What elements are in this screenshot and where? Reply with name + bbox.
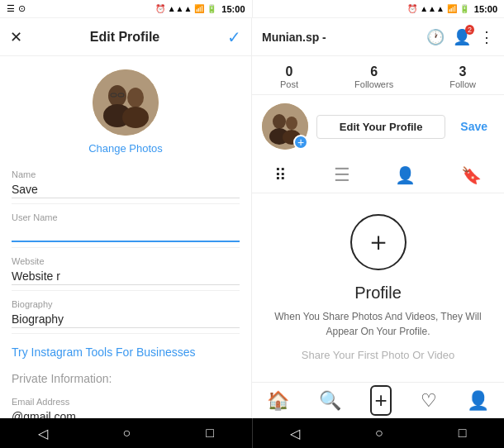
followers-stat: 6 Followers [354, 64, 393, 89]
empty-profile-description: When You Share Photos And Videos, They W… [269, 309, 487, 339]
android-nav-bar: ◁ ○ □ ◁ ○ □ [0, 418, 504, 448]
status-bar-left-signal: ▲▲▲ [168, 4, 193, 13]
status-bar-left-battery: 🔋 [207, 4, 216, 13]
android-home-button-right[interactable]: ○ [375, 426, 383, 441]
right-header-icons: 🕐 👤2 ⋮ [426, 28, 494, 46]
website-label: Website [12, 256, 240, 266]
android-nav-right: ◁ ○ □ [253, 418, 505, 448]
save-check-button[interactable]: ✓ [227, 27, 241, 47]
heart-nav-icon[interactable]: ♡ [421, 390, 437, 412]
search-nav-icon[interactable]: 🔍 [319, 390, 341, 412]
posts-stat: 0 Post [280, 64, 298, 89]
biography-field-group: Biography [12, 291, 240, 334]
empty-profile-title: Profile [354, 284, 402, 303]
svg-point-4 [122, 107, 149, 128]
plus-circle-icon[interactable]: ＋ [350, 214, 407, 270]
add-user-icon[interactable]: 👤2 [453, 28, 471, 46]
name-label: Name [12, 169, 240, 179]
svg-point-0 [93, 69, 159, 136]
add-nav-icon[interactable]: + [370, 385, 391, 416]
bottom-nav: 🏠 🔍 + ♡ 👤 [252, 382, 504, 418]
person-tab-icon[interactable]: 👤 [395, 165, 416, 185]
empty-profile-section: ＋ Profile When You Share Photos And Vide… [252, 193, 504, 382]
name-input[interactable] [12, 181, 240, 198]
username-field-group: User Name [12, 204, 240, 248]
status-bar-right-signal: ▲▲▲ [420, 4, 445, 13]
profile-nav-icon[interactable]: 👤 [467, 390, 489, 412]
avatar [93, 69, 159, 136]
edit-profile-button[interactable]: Edit Your Profile [316, 115, 445, 139]
bookmark-tab-icon[interactable]: 🔖 [461, 165, 482, 185]
private-info-label: Private Information: [12, 365, 240, 388]
android-back-button[interactable]: ◁ [38, 426, 48, 441]
more-options-icon[interactable]: ⋮ [479, 28, 494, 46]
status-bar-left-icon1: ☰ [7, 3, 15, 14]
android-home-button[interactable]: ○ [123, 426, 131, 441]
biography-label: Biography [12, 299, 240, 309]
svg-point-10 [286, 117, 297, 130]
website-field-group: Website [12, 248, 240, 291]
followers-count: 6 [370, 64, 378, 79]
page-title: Edit Profile [90, 30, 159, 45]
share-first-photo-link[interactable]: Share Your First Photo Or Video [302, 349, 454, 361]
add-photo-icon[interactable]: + [293, 135, 308, 150]
profile-tabs: ⠿ ☰ 👤 🔖 [252, 158, 504, 193]
email-input[interactable] [12, 408, 240, 418]
website-input[interactable] [12, 268, 240, 285]
status-bar-left-alarm: ⏰ [155, 4, 165, 13]
posts-count: 0 [286, 64, 293, 79]
android-recents-button[interactable]: □ [206, 426, 214, 441]
username-label: Munian.sp - [262, 31, 326, 44]
try-tools-link[interactable]: Try Instagram Tools For Businesses [12, 334, 240, 365]
status-bar-left-time: 15:00 [221, 4, 245, 14]
status-bar-right-battery: 🔋 [459, 4, 469, 13]
list-tab-icon[interactable]: ☰ [334, 164, 350, 186]
status-bar-left-icon2: ⊙ [18, 3, 26, 14]
status-bar-left-wifi: 📶 [194, 4, 204, 13]
following-stat: 3 Follow [449, 64, 476, 89]
grid-tab-icon[interactable]: ⠿ [274, 165, 288, 185]
following-label: Follow [449, 79, 476, 89]
svg-point-3 [127, 88, 144, 107]
name-field-group: Name [12, 161, 240, 204]
following-count: 3 [459, 64, 467, 79]
save-button-right[interactable]: Save [454, 117, 494, 136]
right-header: Munian.sp - 🕐 👤2 ⋮ [252, 18, 504, 56]
posts-label: Post [280, 79, 298, 89]
history-icon[interactable]: 🕐 [426, 28, 445, 46]
biography-input[interactable] [12, 311, 240, 328]
email-field-group: Email Address [12, 388, 240, 418]
close-button[interactable]: ✕ [10, 28, 22, 46]
home-nav-icon[interactable]: 🏠 [267, 390, 289, 412]
android-back-button-right[interactable]: ◁ [290, 426, 300, 441]
android-recents-button-right[interactable]: □ [459, 426, 467, 441]
status-bar-right-alarm: ⏰ [407, 4, 417, 13]
username-input[interactable] [12, 224, 240, 242]
status-bar-right-wifi: 📶 [447, 4, 457, 13]
svg-point-8 [273, 114, 286, 129]
profile-stats: 0 Post 6 Followers 3 Follow [252, 56, 504, 95]
right-profile-section: + Edit Your Profile Save [252, 95, 504, 158]
followers-label: Followers [354, 79, 393, 89]
change-photos-label[interactable]: Change Photos [88, 142, 163, 155]
status-bar-right-time: 15:00 [474, 4, 497, 14]
android-nav-left: ◁ ○ □ [0, 418, 252, 448]
username-label: User Name [12, 212, 240, 222]
email-label: Email Address [12, 397, 240, 407]
